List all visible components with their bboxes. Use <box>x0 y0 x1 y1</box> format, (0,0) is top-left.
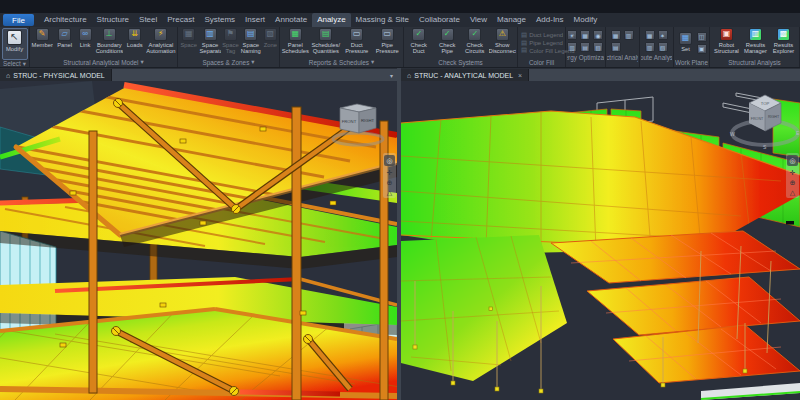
tab-analyze[interactable]: Analyze <box>312 13 350 27</box>
file-menu-button[interactable]: File <box>3 14 34 26</box>
navigation-bar[interactable]: ◎ ✛ ⊕ △ <box>383 153 396 198</box>
tab-add-ins[interactable]: Add-Ins <box>531 13 569 27</box>
space-naming-icon: ▤ <box>244 28 257 41</box>
viewcube-west-label[interactable]: W <box>730 131 735 137</box>
space-separator-button[interactable]: ▥Space Separator <box>199 28 220 55</box>
solar-analysis-icon[interactable]: ▤ <box>580 42 590 52</box>
tab-architecture[interactable]: Architecture <box>39 13 92 27</box>
space-button[interactable]: ▦Space <box>179 28 198 55</box>
tab-precast[interactable]: Precast <box>162 13 199 27</box>
check-pipe-systems-button[interactable]: ✓Check Pipe Systems <box>433 28 460 55</box>
robot-structural-analysis-button[interactable]: ▣Robot Structural Analysis <box>712 28 741 55</box>
viewcube-front-label[interactable]: FRONT <box>342 119 357 124</box>
panel-label-electrical-analysis[interactable]: Electrical Analysis <box>607 52 638 62</box>
location-icon[interactable]: ◉ <box>593 30 603 40</box>
viewport-analytical[interactable]: ⌂ STRUC - ANALYTICAL MODEL × <box>401 68 800 400</box>
route-settings-icon[interactable]: ▥ <box>645 42 655 52</box>
home-view-icon: ⌂ <box>6 72 10 79</box>
panel-schedules-button[interactable]: ▦Panel Schedules <box>281 28 310 55</box>
right-view-tabbar: ⌂ STRUC - ANALYTICAL MODEL × <box>401 68 800 81</box>
tab-massing-site[interactable]: Massing & Site <box>351 13 414 27</box>
results-manager-button[interactable]: ▥Results Manager <box>742 28 769 55</box>
viewcube-right-label[interactable]: RIGHT <box>768 115 780 119</box>
viewport-physical[interactable]: ⌂ STRUC - PHYSICAL MODEL ▾ <box>0 68 397 400</box>
workplane-viewer-icon[interactable]: ▣ <box>697 44 707 54</box>
boundary-conditions-button[interactable]: ⊥Boundary Conditions <box>95 28 123 55</box>
tab-manage[interactable]: Manage <box>492 13 531 27</box>
space-tag-icon: ⚑ <box>224 28 237 41</box>
check-circuits-button[interactable]: ✓Check Circuits <box>462 28 488 55</box>
tab-steel[interactable]: Steel <box>134 13 162 27</box>
member-button[interactable]: ✎Member <box>31 28 53 55</box>
energy-settings-icon[interactable]: ☀ <box>567 30 577 40</box>
pan-icon[interactable]: ✛ <box>790 169 796 176</box>
show-disconnects-button[interactable]: ⚠Show Disconnects <box>489 28 516 55</box>
viewcube-top-label[interactable]: TOP <box>761 101 770 106</box>
view-tab-analytical[interactable]: ⌂ STRUC - ANALYTICAL MODEL × <box>401 69 529 81</box>
tab-insert[interactable]: Insert <box>240 13 270 27</box>
results-manager-label: Results Manager <box>742 42 769 55</box>
label-text: Structural Analysis <box>728 59 781 66</box>
tab-structure[interactable]: Structure <box>92 13 134 27</box>
label-text: Color Fill <box>529 59 554 66</box>
viewcube-right-label[interactable]: RIGHT <box>361 118 374 123</box>
navigation-wheel-icon[interactable]: ◎ <box>384 155 395 166</box>
reveal-obstacles-icon[interactable]: ✶ <box>658 30 668 40</box>
pan-icon[interactable]: ✛ <box>387 169 393 176</box>
pipe-legend-button[interactable]: ▤Pipe Legend <box>521 40 563 47</box>
set-workplane-button[interactable]: ▦Set <box>677 32 695 53</box>
panel-label-check-systems[interactable]: Check Systems <box>405 57 516 67</box>
panel-label-structural-analysis[interactable]: Structural Analysis <box>711 57 798 67</box>
results-explorer-button[interactable]: ▩Results Explorer <box>770 28 797 55</box>
tab-modify[interactable]: Modify <box>569 13 603 27</box>
show-workplane-icon[interactable]: ◫ <box>697 32 707 42</box>
zone-button[interactable]: ▧Zone <box>263 28 279 55</box>
power-balance-icon[interactable]: ▦ <box>611 30 621 40</box>
view-tab-physical[interactable]: ⌂ STRUC - PHYSICAL MODEL <box>0 69 112 81</box>
link-button[interactable]: ∞Link <box>76 28 94 55</box>
panel-label-select[interactable]: Select▾ <box>1 60 28 67</box>
close-view-icon[interactable]: × <box>518 72 522 79</box>
panel-label-spaces-zones[interactable]: Spaces & Zones▾ <box>179 57 278 67</box>
tab-annotate[interactable]: Annotate <box>270 13 312 27</box>
color-fill-legend-button[interactable]: ▤Color Fill Legend <box>521 47 575 54</box>
navigation-wheel-icon[interactable]: ◎ <box>787 155 798 166</box>
analytical-model-canvas[interactable]: W S E TOP FRONT RIGHT ◎ ✛ ⊕ △ <box>401 81 800 400</box>
physical-model-canvas[interactable]: FRONT RIGHT ◎ ✛ ⊕ △ <box>0 81 397 400</box>
navigation-bar[interactable]: ◎ ✛ ⊕ △ <box>786 153 799 198</box>
panel-button[interactable]: ▱Panel <box>54 28 74 55</box>
orbit-icon[interactable]: △ <box>387 189 392 196</box>
panel-label-work-plane[interactable]: Work Plane <box>675 57 708 67</box>
duct-legend-button[interactable]: ▤Duct Legend <box>521 32 563 39</box>
panel-label-route-analysis[interactable]: Route Analysis <box>641 52 672 62</box>
orbit-icon[interactable]: △ <box>790 189 795 196</box>
schedules-quantities-button[interactable]: ▤Schedules/ Quantities <box>311 28 341 55</box>
systems-analysis-icon[interactable]: ▧ <box>593 42 603 52</box>
space-tag-button[interactable]: ⚑Space Tag <box>222 28 239 55</box>
tab-view[interactable]: View <box>465 13 492 27</box>
panel-label-color-fill[interactable]: Color Fill <box>519 57 564 67</box>
create-energy-model-icon[interactable]: ▦ <box>580 30 590 40</box>
viewcube-front-label[interactable]: FRONT <box>751 117 764 121</box>
multiple-paths-icon[interactable]: ▧ <box>658 42 668 52</box>
panel-label-reports-schedules[interactable]: Reports & Schedules▾ <box>281 57 402 67</box>
loads-button[interactable]: ⇊Loads <box>124 28 144 55</box>
panel-color-fill: ▤Duct Legend ▤Pipe Legend ▤Color Fill Le… <box>518 27 566 67</box>
electrical-settings-icon[interactable]: ▥ <box>624 30 634 40</box>
tab-collaborate[interactable]: Collaborate <box>414 13 465 27</box>
panel-label-structural-analytical-model[interactable]: Structural Analytical Model▾ <box>31 57 176 67</box>
zoom-icon[interactable]: ⊕ <box>387 179 393 186</box>
zoom-icon[interactable]: ⊕ <box>790 179 796 186</box>
analytical-automation-button[interactable]: ⚡Analytical Automation <box>146 28 176 55</box>
modify-button[interactable]: ↖ Modify <box>2 28 28 60</box>
view-tabs-overflow-chevron[interactable]: ▾ <box>390 72 397 79</box>
panel-report-icon[interactable]: ▤ <box>611 42 621 52</box>
duct-pressure-loss-report-button[interactable]: ▭Duct Pressure Loss Report <box>342 28 372 55</box>
path-of-travel-icon[interactable]: ▦ <box>645 30 655 40</box>
check-duct-systems-button[interactable]: ✓Check Duct Systems <box>405 28 432 55</box>
results-explorer-label: Results Explorer <box>770 42 797 55</box>
view-tab-label: STRUC - PHYSICAL MODEL <box>13 72 105 79</box>
pipe-pressure-loss-report-button[interactable]: ▭Pipe Pressure Loss Report <box>373 28 403 55</box>
space-naming-button[interactable]: ▤Space Naming <box>240 28 261 55</box>
tab-systems[interactable]: Systems <box>199 13 240 27</box>
